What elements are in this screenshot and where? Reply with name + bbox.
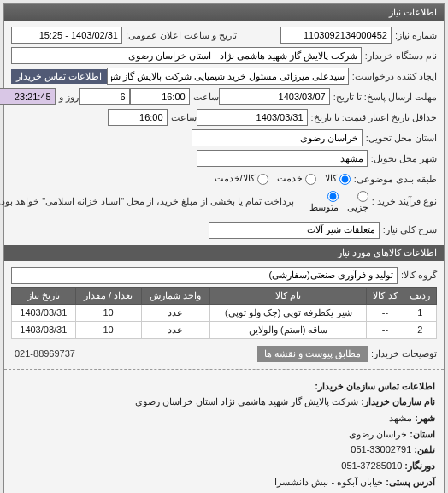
table-row[interactable]: 1--شیر یکطرفه توپی (چک ولو توپی)عدد10140…: [12, 304, 437, 321]
table-cell: 1403/03/31: [12, 321, 76, 338]
delivery-city-label: شهر محل تحویل:: [371, 153, 437, 164]
group-label: گروه کالا:: [401, 270, 437, 281]
extra-phone: 021-88969737: [15, 348, 75, 359]
table-header: تاریخ نیاز: [12, 287, 76, 304]
delivery-province-label: استان محل تحویل:: [366, 133, 437, 144]
table-cell: 2: [404, 321, 436, 338]
table-cell: 10: [75, 321, 141, 338]
province-v: خراسان رضوی: [349, 429, 407, 439]
need-no-input[interactable]: [280, 27, 392, 44]
postal-v: 9184675371: [344, 490, 396, 493]
deadline-time-input[interactable]: [130, 88, 190, 105]
table-header: کد کالا: [367, 287, 404, 304]
buyer-org-input[interactable]: [11, 47, 362, 64]
roz-label: روز و: [59, 92, 79, 103]
table-header: نام کالا: [210, 287, 367, 304]
delivery-city-input[interactable]: [197, 150, 368, 167]
phone-v: 051-33002791: [351, 442, 411, 458]
validity-date-input[interactable]: [197, 109, 308, 126]
validity-time-input[interactable]: [108, 109, 168, 126]
remain-days-input[interactable]: [79, 88, 130, 105]
fax-l: دورنگار:: [404, 460, 435, 471]
table-cell: --: [367, 304, 404, 321]
org-name-l: نام سازمان خریدار:: [361, 396, 435, 407]
table-header: تعداد / مقدار: [75, 287, 141, 304]
radio-service[interactable]: [305, 174, 316, 185]
radio-service-label[interactable]: خدمت: [277, 173, 316, 185]
radio-goods-label[interactable]: کالا: [325, 173, 351, 185]
saat-label-1: ساعت: [193, 92, 219, 103]
radio-medium[interactable]: [327, 191, 339, 202]
requester-label: ایجاد کننده درخواست:: [352, 71, 437, 82]
main-fields: شماره نیاز: تاریخ و ساعت اعلان عمومی: نا…: [4, 21, 444, 245]
province-l: استان:: [410, 429, 435, 439]
table-cell: عدد: [141, 321, 209, 338]
radio-small-label[interactable]: جزیی: [347, 190, 368, 213]
table-cell: 1: [404, 304, 436, 321]
attachments-button[interactable]: مطابق پیوست و نقشه ها: [257, 346, 368, 362]
table-cell: شیر یکطرفه توپی (چک ولو توپی): [210, 304, 367, 321]
items-header: اطلاعات کالاهای مورد نیاز: [4, 245, 444, 261]
phone-l: تلفن:: [414, 444, 435, 454]
radio-goods-service[interactable]: [257, 174, 268, 185]
buyer-contact-button[interactable]: اطلاعات تماس خریدار: [11, 69, 107, 84]
announce-dt-label: تاریخ و ساعت اعلان عمومی:: [126, 30, 237, 41]
contact-title: اطلاعات تماس سازمان خریدار:: [315, 381, 435, 391]
table-header: واحد شمارش: [141, 287, 209, 304]
items-table: ردیفکد کالانام کالاواحد شمارشتعداد / مقد…: [11, 287, 437, 339]
deadline-date-input[interactable]: [219, 88, 330, 105]
table-cell: عدد: [141, 304, 209, 321]
purchase-note: پرداخت تمام یا بخشی از مبلغ خرید، از محل…: [0, 196, 294, 207]
table-cell: 10: [75, 304, 141, 321]
delivery-province-input[interactable]: [192, 129, 363, 146]
need-subject-input[interactable]: [209, 222, 380, 239]
validity-label: حداقل تاریخ اعتبار قیمت: تا تاریخ:: [311, 112, 437, 123]
group-input[interactable]: [11, 267, 398, 284]
purchase-type-label: نوع فرآیند خرید :: [372, 196, 437, 207]
fax-v: 051-37285010: [341, 458, 402, 474]
divider-2: [4, 369, 444, 370]
announce-dt-input[interactable]: [11, 27, 122, 44]
table-cell: 1403/03/31: [12, 304, 76, 321]
radio-goods[interactable]: [339, 174, 351, 185]
radio-medium-label[interactable]: متوسط: [309, 190, 339, 213]
need-no-label: شماره نیاز:: [395, 30, 437, 41]
contact-section: اطلاعات تماس سازمان خریدار: نام سازمان خ…: [4, 373, 444, 493]
remain-time-input[interactable]: [0, 88, 56, 105]
table-cell: ساقه (استم) والولاین: [210, 321, 367, 338]
radio-goods-service-label[interactable]: کالا/خدمت: [215, 173, 268, 185]
panel-title: اطلاعات نیاز: [4, 4, 444, 21]
table-header: ردیف: [404, 287, 436, 304]
org-name-v: شرکت پالایش گاز شهید هاشمی نژاد استان خر…: [135, 396, 358, 407]
table-cell: --: [367, 321, 404, 338]
requester-input[interactable]: [107, 68, 349, 85]
table-row[interactable]: 2--ساقه (استم) والولاینعدد101403/03/31: [12, 321, 437, 338]
divider: [11, 217, 437, 217]
saat-label-2: ساعت: [171, 112, 197, 123]
deadline-label: مهلت ارسال پاسخ: تا تاریخ:: [333, 92, 437, 103]
address-l: آدرس پستی:: [386, 477, 435, 487]
need-subject-label: شرح کلی نیاز:: [383, 224, 437, 235]
city-l: شهر:: [415, 413, 435, 423]
need-info-panel: اطلاعات نیاز شماره نیاز: تاریخ و ساعت اع…: [3, 3, 445, 493]
city-v: مشهد: [389, 413, 412, 423]
subject-class-label: طبقه بندی موضوعی:: [354, 174, 437, 185]
radio-small[interactable]: [357, 191, 368, 202]
buyer-org-label: نام دستگاه خریدار:: [365, 50, 437, 62]
buyer-desc-label: توضیحات خریدار:: [371, 348, 437, 359]
address-v: خیابان آبکوه - نبش دانشسرا: [274, 477, 383, 487]
